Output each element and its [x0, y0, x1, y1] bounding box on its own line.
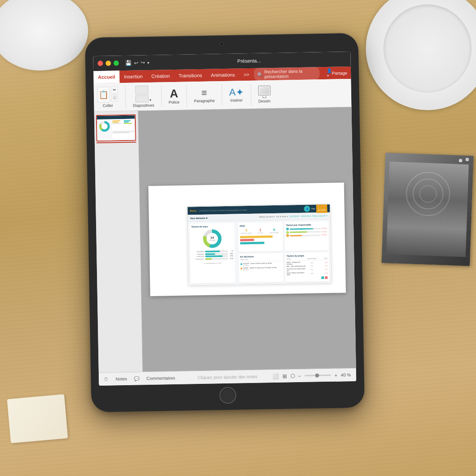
zoom-plus[interactable]: +	[335, 372, 338, 378]
zoom-slider[interactable]	[305, 375, 331, 376]
tasks-rows: ASCA - Analyser les données 67% 0:38 Mal…	[286, 261, 327, 276]
share-button[interactable]: 👤+ Partage	[323, 67, 351, 79]
dash-logo: Berry	[190, 209, 196, 212]
zoom-minus[interactable]: −	[298, 373, 301, 379]
bar-val-4: 67%	[229, 257, 233, 259]
resp-item-2: M 2h 0mn	[286, 231, 327, 234]
comments-label[interactable]: Commentaires	[146, 376, 175, 381]
comment-count: ● commentaires ● 2 actif	[192, 262, 233, 264]
divider	[161, 85, 162, 107]
tab-transitions[interactable]: Transitions	[174, 69, 207, 82]
resp-item-3: J 1h 30mn	[286, 234, 327, 237]
paste-icon[interactable]: 📋	[97, 86, 110, 102]
stat-lbl-3: Dans les délais	[268, 232, 281, 234]
font-icon: A	[170, 87, 178, 99]
view-present-icon[interactable]: ⬡	[290, 373, 294, 379]
dropdown-icon[interactable]: ▾	[147, 60, 149, 65]
actions-title: En décisions	[240, 255, 281, 258]
resp-list: A 3h 0mn M	[286, 227, 327, 237]
page-btn-2[interactable]	[325, 276, 327, 279]
tab-creation[interactable]: Création	[147, 70, 174, 82]
bar-fill-3	[205, 255, 223, 257]
bar-fill-4	[205, 258, 212, 260]
view-normal-icon[interactable]: ⬜	[272, 373, 279, 379]
hbar-3	[240, 242, 265, 245]
bw-photo	[382, 153, 474, 266]
resp-item-1: A 3h 0mn	[286, 227, 327, 231]
th-task: Tâche	[286, 258, 306, 260]
donut-center: 14 / 21 tâch.	[206, 233, 218, 244]
copy-icon[interactable]: ⬜	[111, 94, 118, 101]
notes-right-controls: ⬜ ⊞ ⬡ − + 40 %	[272, 372, 351, 379]
slide-thumbnail-1[interactable]	[96, 114, 136, 141]
ipad-camera	[220, 42, 223, 46]
responsable-card: Tâches par responsable A 3h 0mn	[284, 221, 329, 251]
hbar-2	[240, 239, 254, 242]
minimize-button[interactable]	[106, 60, 111, 66]
dash-main-body: Tâches de mars 14 / 21 tâch.	[188, 219, 331, 285]
tab-more[interactable]: >>	[239, 68, 254, 81]
task-resp-2: 67%	[307, 265, 317, 267]
notes-prompt: Cliquez pour ajouter des notes	[197, 374, 257, 380]
drawing-label: Dessin	[258, 99, 271, 103]
resp-val-1: 3h 0mn	[322, 227, 327, 229]
tasks-header: Tâche Responsable Date	[286, 257, 327, 261]
tab-animations[interactable]: Animations	[206, 68, 239, 81]
ppt-tools-ribbon: 📋 ✂ ⬜ Coller ▾	[93, 79, 351, 112]
resp-title: Tâches par responsable	[286, 223, 327, 227]
stats-numbers: 5 Terminé en avance 3 En retard	[240, 228, 281, 234]
close-button[interactable]	[98, 61, 103, 66]
redo-icon[interactable]: ↪	[141, 60, 145, 66]
tasks-table-title: Tâches du projet	[286, 254, 327, 257]
bar-row-4: Contenu act. 67%	[192, 257, 233, 260]
actions-card: En décisions SEPT 2022 20/12/22 - Lance	[238, 253, 283, 283]
undo-icon[interactable]: ↩	[134, 60, 138, 66]
push-pin	[465, 158, 469, 161]
task-row-4: Olivier Valider réservation délai 67% 0:…	[287, 271, 328, 276]
task-name-1: ASCA - Analyser les données	[286, 261, 306, 265]
share-label: Partage	[332, 71, 347, 76]
notes-label[interactable]: Notes	[115, 376, 127, 381]
slide-panel	[94, 111, 143, 372]
ipad-device: 💾 ↩ ↪ ▾ Présenta... Accueil Insertion Cr…	[85, 33, 365, 413]
slide-main[interactable]: Berry ● RAPPORTS TÂCHES PALIERS PROGRAMM…	[149, 182, 346, 296]
search-placeholder: Rechercher dans la présentation	[264, 68, 316, 79]
action-item-2: 15/9/22 - Valider la charte pour le Desi…	[241, 267, 282, 271]
paragraph-icon: ≡	[201, 88, 207, 97]
bar-stats: Proposées 14 Réalisées	[192, 250, 233, 260]
action-text-2: 15/9/22 - Valider la charte pour le Desi…	[243, 267, 282, 271]
stat-1: 5 Terminé en avance	[240, 228, 253, 234]
actions-period: SEPT 2022	[240, 258, 281, 262]
slides-label: Diapositives	[133, 103, 154, 108]
stat-lbl-1: Terminé en avance	[240, 232, 253, 234]
dropdown-arrow[interactable]: ▾	[149, 97, 152, 102]
tab-accueil[interactable]: Accueil	[93, 71, 120, 83]
resp-fill-2	[290, 231, 307, 233]
slide-canvas[interactable]: Berry ● RAPPORTS TÂCHES PALIERS PROGRAMM…	[138, 107, 356, 372]
maximize-button[interactable]	[114, 60, 119, 66]
drawing-group: Dessin	[258, 86, 271, 103]
bar-track-1	[205, 250, 228, 253]
action-button: ACTION	[316, 204, 327, 213]
task-name-4: Olivier Valider réservation délai	[287, 272, 307, 276]
hbar-1	[240, 235, 272, 238]
divider	[250, 83, 251, 105]
donut-chart: 14 / 21 tâch.	[203, 229, 222, 248]
font-group: A Police	[168, 87, 179, 104]
resp-bar-2	[290, 231, 321, 233]
ipad-home-button[interactable]	[219, 387, 237, 404]
view-grid-icon[interactable]: ⊞	[282, 373, 286, 379]
page-btn-1[interactable]	[321, 277, 324, 279]
cut-icon[interactable]: ✂	[111, 86, 118, 93]
search-bar[interactable]: 🔍 Rechercher dans la présentation	[253, 67, 320, 81]
bar-track-2	[205, 253, 228, 255]
insert-icon[interactable]: A✦	[229, 87, 244, 97]
stat-3: 6 Dans les délais	[268, 228, 281, 234]
push-pin	[432, 57, 435, 61]
task-resp-4: 67%	[307, 273, 317, 275]
dash-left-col: Tâches de mars 14 / 21 tâch.	[188, 221, 237, 286]
resp-val-2: 2h 0mn	[322, 231, 327, 233]
zoom-thumb[interactable]	[315, 373, 319, 377]
tab-insertion[interactable]: Insertion	[119, 70, 147, 83]
task-row-1: ASCA - Analyser les données 67% 0:38	[286, 261, 327, 265]
